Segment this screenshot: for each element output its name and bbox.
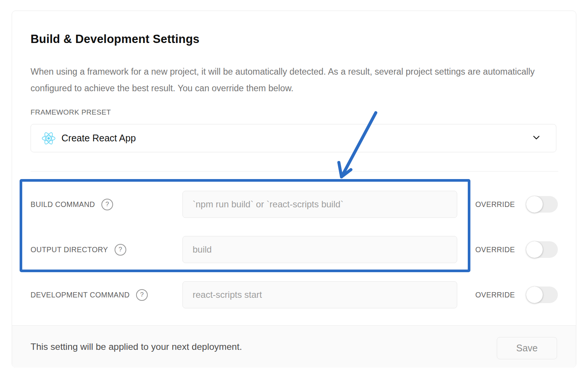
override-toggle[interactable]: [526, 287, 558, 303]
toggle-knob: [526, 287, 543, 303]
footer-note: This setting will be applied to your nex…: [31, 326, 242, 368]
toggle-knob: [526, 241, 543, 258]
framework-preset-select[interactable]: Create React App: [31, 124, 556, 152]
toggle-knob: [526, 196, 543, 213]
development-command-label: DEVELOPMENT COMMAND: [31, 291, 130, 299]
output-directory-input[interactable]: [182, 236, 457, 263]
override-label: OVERRIDE: [475, 236, 515, 263]
build-settings-card: Build & Development Settings When using …: [12, 11, 576, 368]
react-logo-icon: [41, 132, 56, 145]
help-icon[interactable]: ?: [101, 199, 113, 210]
help-icon[interactable]: ?: [115, 244, 126, 256]
development-command-row: DEVELOPMENT COMMAND ? OVERRIDE: [31, 281, 576, 308]
card-footer: This setting will be applied to your nex…: [12, 325, 576, 368]
output-directory-row: OUTPUT DIRECTORY ? OVERRIDE: [31, 236, 576, 263]
build-command-input[interactable]: [182, 191, 457, 218]
override-toggle[interactable]: [526, 241, 558, 258]
framework-preset-label: FRAMEWORK PRESET: [31, 108, 111, 116]
section-divider: [31, 171, 558, 172]
development-command-input[interactable]: [182, 281, 457, 308]
framework-preset-value: Create React App: [61, 133, 531, 144]
override-label: OVERRIDE: [475, 191, 515, 218]
build-command-label: BUILD COMMAND: [31, 200, 95, 209]
override-label: OVERRIDE: [475, 281, 515, 308]
override-toggle[interactable]: [526, 196, 558, 213]
help-icon[interactable]: ?: [136, 289, 148, 301]
page-title: Build & Development Settings: [31, 32, 199, 46]
build-command-row: BUILD COMMAND ? OVERRIDE: [31, 191, 576, 218]
output-directory-label: OUTPUT DIRECTORY: [31, 245, 108, 254]
chevron-down-icon: [531, 132, 542, 144]
section-description: When using a framework for a new project…: [31, 63, 551, 97]
save-button[interactable]: Save: [497, 337, 557, 359]
page: Build & Development Settings When using …: [0, 0, 588, 380]
